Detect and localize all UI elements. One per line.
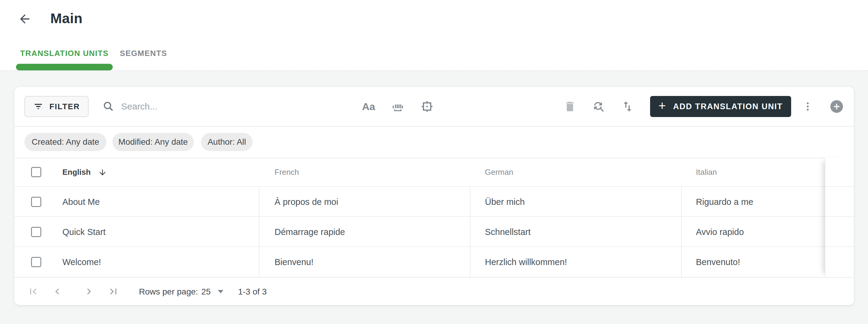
find-replace-button[interactable] [589,96,608,117]
sort-button[interactable] [618,96,637,117]
table-header-row: English French German Italian [14,158,825,187]
more-options-button[interactable] [799,96,817,117]
table-footer: Rows per page: 25 1-3 of 3 [14,277,854,305]
arrow-back-icon [18,12,32,26]
first-page-icon [27,286,39,297]
column-header-label: French [275,168,299,177]
translation-units-card: FILTER Aa [14,87,854,305]
add-button-label: ADD TRANSLATION UNIT [673,102,783,111]
table-row: About Me À propos de moi Über mich Rigua… [14,187,825,217]
table-row: Quick Start Démarrage rapide Schnellstar… [14,217,825,247]
whole-word-icon [391,100,405,113]
table-row: Welcome! Bienvenu! Herzlich willkommen! … [14,247,825,277]
rows-per-page-label: Rows per page: [139,278,198,305]
cell-italian[interactable]: Avvio rapido [696,217,744,247]
column-header-english[interactable]: English [62,158,107,187]
next-page-button[interactable] [82,284,96,299]
delete-button[interactable] [561,96,579,117]
tab-translation-units[interactable]: TRANSLATION UNITS [16,44,113,62]
cell-italian[interactable]: Benvenuto! [696,247,740,277]
toolbar-divider [14,126,854,127]
match-case-button[interactable]: Aa [359,96,378,117]
row-checkbox[interactable] [31,227,41,237]
filter-chip-modified[interactable]: Modified: Any date [113,133,194,151]
select-all-checkbox[interactable] [31,167,41,177]
chevron-down-icon [218,290,223,293]
cell-english[interactable]: Quick Start [62,217,105,247]
cell-french[interactable]: Bienvenu! [275,247,313,277]
rows-per-page-value: 25 [201,287,211,297]
chevron-left-icon [51,286,63,297]
back-button[interactable] [17,11,33,27]
cell-german[interactable]: Schnellstart [485,217,531,247]
filter-button[interactable]: FILTER [24,96,89,117]
column-header-label: Italian [696,168,717,177]
match-case-icon: Aa [362,101,375,112]
cell-english[interactable]: Welcome! [62,247,101,277]
filter-icon [33,101,43,112]
chevron-right-icon [83,286,95,297]
whole-word-button[interactable] [389,96,407,117]
row-checkbox[interactable] [31,257,41,267]
page-title: Main [50,10,83,27]
filter-button-label: FILTER [50,102,80,111]
plus-icon [832,102,841,111]
first-page-button[interactable] [26,284,40,299]
circle-add-button[interactable] [830,100,843,113]
cell-italian[interactable]: Riguardo a me [696,187,753,217]
column-header-label: German [485,168,513,177]
tab-segments[interactable]: SEGMENTS [121,44,166,62]
active-tab-indicator [16,64,113,70]
column-header-german[interactable]: German [485,158,513,187]
search-input[interactable] [121,101,308,112]
import-export-icon [621,100,634,113]
pinned-end-column [825,158,854,277]
cell-french[interactable]: À propos de moi [275,187,338,217]
filter-chip-created[interactable]: Created: Any date [24,133,106,151]
column-header-italian[interactable]: Italian [696,158,717,187]
search-box [102,96,308,117]
cell-german[interactable]: Über mich [485,187,525,217]
rows-per-page-select[interactable]: 25 [201,278,223,305]
last-page-icon [107,286,119,297]
sort-descending-icon [98,168,107,177]
cell-french[interactable]: Démarrage rapide [275,217,345,247]
add-translation-unit-button[interactable]: + ADD TRANSLATION UNIT [650,96,791,117]
selection-frame-button[interactable] [418,96,436,117]
cell-english[interactable]: About Me [62,187,100,217]
cell-german[interactable]: Herzlich willkommen! [485,247,567,277]
content-area: FILTER Aa [0,70,868,324]
trash-icon [564,100,576,113]
find-replace-icon [592,100,605,113]
search-icon [102,101,115,112]
plus-icon: + [658,100,666,112]
column-divider [681,187,682,277]
filter-chip-author[interactable]: Author: All [201,133,253,151]
last-page-button[interactable] [106,284,121,299]
column-header-label: English [62,168,91,177]
pagination-range: 1-3 of 3 [238,278,267,305]
translation-memory-page: Main TRANSLATION UNITS SEGMENTS FILTER A… [0,0,868,324]
column-header-french[interactable]: French [275,158,299,187]
column-divider [470,187,470,277]
column-divider [259,187,259,277]
kebab-icon [802,101,813,112]
previous-page-button[interactable] [50,284,64,299]
selection-frame-icon [420,99,434,114]
row-checkbox[interactable] [31,197,41,207]
